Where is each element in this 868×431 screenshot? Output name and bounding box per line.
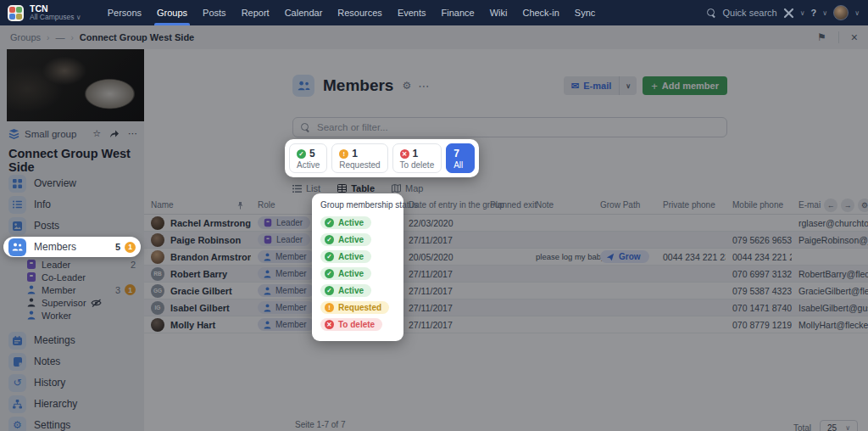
pagination-range: Seite 1-7 of 7: [295, 420, 345, 429]
nav-item-events[interactable]: Events: [390, 0, 434, 25]
sidebar-role-member[interactable]: Member 3 1: [27, 283, 136, 296]
sidebar-item-settings[interactable]: ⚙ Settings: [3, 415, 141, 431]
sidebar-item-info[interactable]: Info: [3, 194, 141, 215]
page-size-select[interactable]: 25∨: [820, 420, 858, 431]
col-planned-exit[interactable]: Planned exit: [483, 200, 529, 210]
nav-item-report[interactable]: Report: [234, 0, 277, 25]
meetings-icon: [8, 332, 26, 350]
search-bar[interactable]: [292, 117, 727, 137]
group-type-label[interactable]: Small group: [25, 129, 76, 139]
check-circle-icon: ✓: [325, 269, 334, 278]
filter-chip-active[interactable]: ✓5 Active: [289, 143, 327, 173]
sidebar-item-hierarchy[interactable]: Hierarchy: [3, 394, 141, 414]
filter-chip-todelete[interactable]: ✕1 To delete: [392, 143, 442, 173]
sidebar-role-coleader[interactable]: Co-Leader: [27, 271, 136, 283]
nav-item-sync[interactable]: Sync: [567, 0, 603, 25]
table-row[interactable]: GGGracie Gilbert Member ✓Active 27/11/20…: [144, 283, 868, 299]
brand-block[interactable]: TCN All Campuses ∨: [30, 4, 81, 21]
star-icon[interactable]: ☆: [92, 128, 101, 139]
table-row[interactable]: Molly Hart Member ✕To delete 27/11/2017 …: [144, 316, 868, 333]
email-button[interactable]: ✉E-mail ∨: [564, 76, 637, 95]
sidebar-role-leader[interactable]: Leader 2: [27, 258, 136, 271]
scroll-right-button[interactable]: →: [841, 199, 854, 212]
chevron-down-icon[interactable]: ∨: [800, 9, 805, 17]
scroll-left-button[interactable]: ←: [824, 199, 837, 212]
col-name[interactable]: Name: [144, 200, 251, 210]
more-icon[interactable]: ⋯: [128, 128, 137, 139]
breadcrumb-collapsed[interactable]: —: [55, 32, 64, 42]
share-icon[interactable]: [109, 129, 120, 138]
add-member-button[interactable]: + Add member: [643, 76, 727, 95]
filter-chip-all[interactable]: 7 All: [446, 143, 475, 173]
person-icon: [264, 287, 271, 295]
member-name: Isabel Gilbert: [170, 303, 230, 313]
grow-path-pill[interactable]: Grow: [600, 250, 649, 263]
col-private-phone[interactable]: Private phone: [656, 200, 726, 210]
sidebar-item-posts[interactable]: Posts: [3, 216, 141, 236]
pin-icon[interactable]: [236, 201, 244, 210]
person-icon: [264, 270, 271, 278]
gear-icon[interactable]: ⚙: [402, 80, 411, 92]
help-icon[interactable]: ?: [811, 8, 817, 18]
table-row[interactable]: Paige Robinson Leader ✓Active 27/11/2017…: [144, 232, 868, 249]
table-row[interactable]: IGIsabel Gilbert Member !Requested 27/11…: [144, 299, 868, 316]
app-logo-icon[interactable]: [8, 5, 24, 21]
email-dropdown-toggle[interactable]: ∨: [619, 76, 637, 95]
col-email[interactable]: E-mai ← → ⚙: [792, 199, 868, 212]
sidebar: Small group ☆ ⋯ Connect Group West Side …: [0, 49, 144, 431]
list-icon: [292, 185, 302, 193]
table-row[interactable]: Brandon Armstrong Member ✓Active 20/05/2…: [144, 249, 868, 266]
nav-item-wiki[interactable]: Wiki: [482, 0, 515, 25]
sidebar-item-history[interactable]: ↺ History: [3, 372, 141, 393]
sidebar-item-label: Posts: [34, 220, 59, 232]
role-pill: Member: [258, 301, 314, 314]
nav-item-checkin[interactable]: Check-in: [515, 0, 566, 25]
sidebar-item-label: Hierarchy: [34, 398, 77, 410]
sidebar-item-label: History: [34, 377, 65, 389]
close-icon[interactable]: ×: [851, 31, 858, 44]
sidebar-item-members[interactable]: Members 5 1: [3, 237, 141, 257]
sidebar-item-meetings[interactable]: Meetings: [3, 330, 141, 350]
col-role[interactable]: Role: [251, 200, 314, 210]
nav-item-resources[interactable]: Resources: [330, 0, 390, 25]
table-row[interactable]: RBRobert Barry Member ✓Active 27/11/2017…: [144, 266, 868, 283]
col-status[interactable]: Group membership status: [314, 200, 402, 210]
search-icon: [301, 123, 310, 132]
nav-item-calendar[interactable]: Calendar: [277, 0, 331, 25]
nav-item-finance[interactable]: Finance: [434, 0, 482, 25]
role-count: 3: [115, 285, 120, 295]
nav-item-groups[interactable]: Groups: [149, 0, 195, 25]
col-grow-path[interactable]: Grow Path: [593, 200, 656, 210]
col-mobile-phone[interactable]: Mobile phone: [726, 200, 792, 210]
flag-icon[interactable]: ⚑: [817, 31, 826, 43]
search-input[interactable]: [317, 122, 690, 132]
sidebar-item-overview[interactable]: Overview: [3, 173, 141, 193]
role-label: Leader: [42, 260, 70, 270]
member-name: Robert Barry: [170, 269, 227, 279]
tab-map[interactable]: Map: [392, 183, 423, 193]
sidebar-role-supervisor[interactable]: Supervisor: [27, 296, 136, 309]
campus-selector[interactable]: All Campuses ∨: [30, 14, 81, 21]
column-settings-button[interactable]: ⚙: [858, 199, 868, 212]
search-icon[interactable]: [707, 8, 716, 18]
status-badge: ✓Active: [320, 250, 371, 263]
tools-icon[interactable]: [783, 8, 794, 19]
map-icon: [392, 184, 401, 193]
nav-item-posts[interactable]: Posts: [195, 0, 234, 25]
user-avatar[interactable]: [833, 5, 849, 20]
table-footer: Seite 1-7 of 7 Total 25∨: [144, 420, 868, 431]
col-note[interactable]: Note: [529, 200, 593, 210]
breadcrumb-root[interactable]: Groups: [10, 32, 41, 42]
person-icon: [27, 298, 36, 307]
chevron-down-icon[interactable]: ∨: [854, 9, 860, 17]
sidebar-role-worker[interactable]: Worker: [27, 309, 136, 322]
nav-item-persons[interactable]: Persons: [100, 0, 149, 25]
more-icon[interactable]: ⋯: [418, 80, 429, 92]
table-row[interactable]: Rachel Armstrong Leader ✓Active 22/03/20…: [144, 215, 868, 232]
tab-list[interactable]: List: [292, 183, 320, 193]
filter-chip-requested[interactable]: !1 Requested: [331, 143, 387, 173]
quick-search-label[interactable]: Quick search: [722, 8, 776, 18]
chevron-down-icon[interactable]: ∨: [822, 9, 827, 17]
tab-table[interactable]: Table: [337, 183, 375, 193]
sidebar-item-notes[interactable]: Notes: [3, 351, 141, 372]
